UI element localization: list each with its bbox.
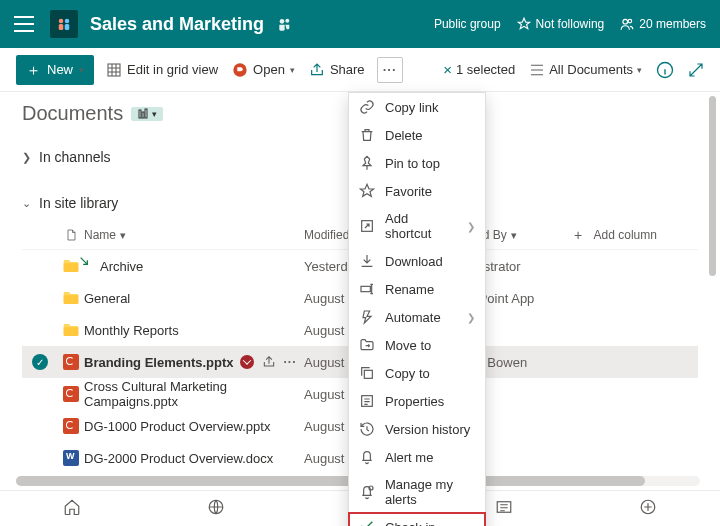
chevron-down-icon: ⌄ <box>22 197 31 210</box>
edit-grid-view-button[interactable]: Edit in grid view <box>104 58 220 82</box>
command-bar: ＋ New ▾ Edit in grid view Open ▾ Share ·… <box>0 48 720 92</box>
download-icon <box>359 253 375 269</box>
file-name[interactable]: DG-1000 Product Overview.pptx <box>84 419 304 434</box>
selected-check-icon[interactable]: ✓ <box>32 354 48 370</box>
menu-label: Copy link <box>385 100 438 115</box>
header-actions: Public group Not following 20 members <box>434 17 706 31</box>
file-name[interactable]: General <box>84 291 304 306</box>
chevron-right-icon: ❯ <box>467 312 475 323</box>
menu-rename[interactable]: Rename <box>349 275 485 303</box>
file-type-icon <box>58 386 84 402</box>
svg-rect-16 <box>364 370 372 378</box>
clear-selection-icon[interactable]: × <box>443 61 452 78</box>
menu-shortcut[interactable]: Add shortcut❯ <box>349 205 485 247</box>
alerts-icon <box>359 484 375 500</box>
svg-rect-2 <box>59 24 64 30</box>
menu-history[interactable]: Version history <box>349 415 485 443</box>
group-privacy-label[interactable]: Public group <box>434 17 501 31</box>
automate-icon <box>359 309 375 325</box>
svg-rect-3 <box>65 24 70 30</box>
row-more-icon[interactable]: ··· <box>284 355 297 369</box>
menu-label: Pin to top <box>385 156 440 171</box>
selection-count[interactable]: × 1 selected <box>443 61 515 78</box>
menu-label: Add shortcut <box>385 211 457 241</box>
add-column-button[interactable]: + Add column <box>574 227 684 243</box>
command-bar-right: × 1 selected All Documents ▾ <box>443 61 704 79</box>
name-column-header[interactable]: Name▾ <box>84 228 304 242</box>
view-selector[interactable]: All Documents ▾ <box>529 62 642 78</box>
file-type-icon <box>58 418 84 434</box>
file-type-icon <box>58 291 84 305</box>
file-name[interactable]: DG-2000 Product Overview.docx <box>84 451 304 466</box>
svg-rect-13 <box>145 109 147 118</box>
open-button[interactable]: Open ▾ <box>230 58 297 82</box>
chevron-down-icon: ▾ <box>637 65 642 75</box>
file-type-icon <box>58 323 84 337</box>
file-type-icon <box>58 354 84 370</box>
globe-icon[interactable] <box>207 498 225 519</box>
context-menu: Copy linkDeletePin to topFavoriteAdd sho… <box>348 92 486 526</box>
add-icon[interactable] <box>639 498 657 519</box>
menu-label: Automate <box>385 310 441 325</box>
vertical-scrollbar[interactable] <box>709 96 716 276</box>
file-name[interactable]: Cross Cultural Marketing Campaigns.pptx <box>84 379 304 409</box>
members-button[interactable]: 20 members <box>620 17 706 31</box>
menu-star[interactable]: Favorite <box>349 177 485 205</box>
svg-point-0 <box>59 19 64 24</box>
menu-label: Check in <box>385 520 436 527</box>
menu-label: Alert me <box>385 450 433 465</box>
svg-rect-8 <box>108 64 120 76</box>
expand-icon[interactable] <box>688 62 704 78</box>
waffle-menu-icon[interactable] <box>14 16 34 32</box>
file-name[interactable]: Monthly Reports <box>84 323 304 338</box>
site-logo[interactable] <box>50 10 78 38</box>
menu-pin[interactable]: Pin to top <box>349 149 485 177</box>
follow-button[interactable]: Not following <box>517 17 605 31</box>
menu-trash[interactable]: Delete <box>349 121 485 149</box>
suite-header: Sales and Marketing Public group Not fol… <box>0 0 720 48</box>
share-icon[interactable] <box>262 355 276 369</box>
menu-automate[interactable]: Automate❯ <box>349 303 485 331</box>
plus-icon: ＋ <box>26 62 41 77</box>
news-icon[interactable] <box>495 498 513 519</box>
info-icon[interactable] <box>656 61 674 79</box>
menu-moveto[interactable]: Move to <box>349 331 485 359</box>
svg-point-4 <box>285 19 289 23</box>
share-button[interactable]: Share <box>307 58 367 82</box>
teams-icon[interactable] <box>276 16 292 32</box>
alert-icon <box>359 449 375 465</box>
more-actions-button[interactable]: ··· <box>377 57 403 83</box>
menu-label: Download <box>385 254 443 269</box>
menu-link[interactable]: Copy link <box>349 93 485 121</box>
menu-alerts[interactable]: Manage my alerts <box>349 471 485 513</box>
menu-label: Rename <box>385 282 434 297</box>
star-icon <box>359 183 375 199</box>
menu-label: Favorite <box>385 184 432 199</box>
chevron-down-icon: ▾ <box>79 65 84 75</box>
menu-download[interactable]: Download <box>349 247 485 275</box>
svg-point-5 <box>280 19 285 24</box>
menu-checkin[interactable]: Check in <box>349 513 485 526</box>
site-title[interactable]: Sales and Marketing <box>90 14 264 35</box>
menu-copyto[interactable]: Copy to <box>349 359 485 387</box>
view-chip[interactable]: ▾ <box>131 107 163 121</box>
menu-alert[interactable]: Alert me <box>349 443 485 471</box>
file-name[interactable]: Branding Elements.pptx··· <box>84 355 304 370</box>
file-name[interactable]: Archive <box>84 259 304 274</box>
library-title: Documents <box>22 102 123 125</box>
props-icon <box>359 393 375 409</box>
menu-label: Properties <box>385 394 444 409</box>
pin-icon <box>359 155 375 171</box>
menu-label: Move to <box>385 338 431 353</box>
doctype-column-header[interactable] <box>58 228 84 242</box>
menu-label: Copy to <box>385 366 430 381</box>
svg-rect-15 <box>361 286 370 291</box>
new-button[interactable]: ＋ New ▾ <box>16 55 94 85</box>
moveto-icon <box>359 337 375 353</box>
rename-icon <box>359 281 375 297</box>
home-icon[interactable] <box>63 498 81 519</box>
trash-icon <box>359 127 375 143</box>
menu-props[interactable]: Properties <box>349 387 485 415</box>
copyto-icon <box>359 365 375 381</box>
history-icon <box>359 421 375 437</box>
